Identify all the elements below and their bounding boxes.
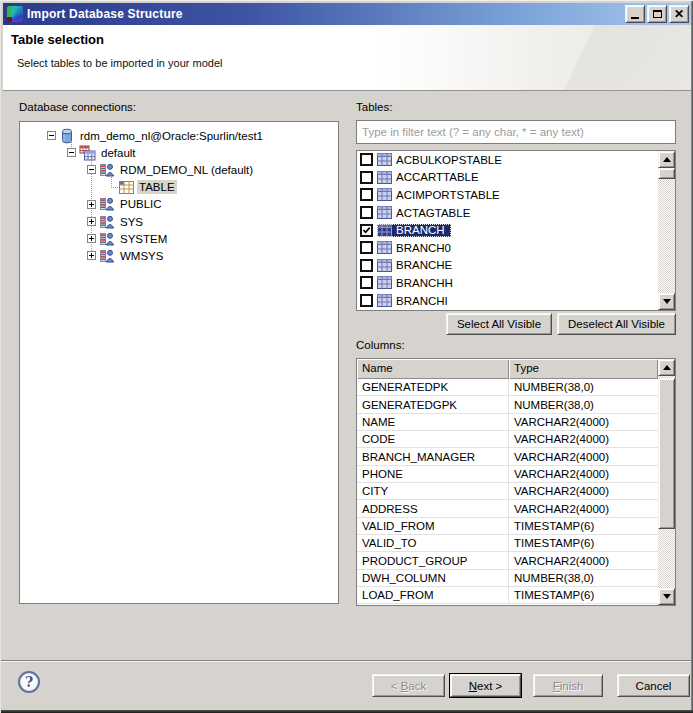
tree-item-label: SYS (118, 215, 145, 229)
table-checkbox[interactable] (360, 153, 373, 166)
columns-row[interactable]: CITYVARCHAR2(4000) (357, 483, 658, 500)
tree-item-sys[interactable]: SYS (20, 213, 338, 230)
table-list-item-accarttable[interactable]: ACCARTTABLE (357, 169, 658, 187)
table-checkbox[interactable] (360, 276, 373, 289)
tables-list: ACBULKOPSTABLE ACCARTTABLE ACIMPORTSTABL… (356, 150, 676, 311)
schema-icon (99, 248, 115, 264)
database-connections-label: Database connections: (19, 101, 136, 113)
close-button[interactable]: ✕ (669, 5, 689, 23)
wizard-banner: Table selection Select tables to be impo… (3, 25, 691, 91)
table-list-item-branchi[interactable]: BRANCHI (357, 292, 658, 310)
column-type-cell: VARCHAR2(4000) (509, 503, 658, 515)
columns-row[interactable]: GENERATEDGPKNUMBER(38,0) (357, 396, 658, 413)
finish-button: Finish (533, 674, 603, 697)
minimize-button[interactable] (625, 5, 645, 23)
table-list-item-branchh[interactable]: BRANCHH (357, 274, 658, 292)
column-name-cell: GENERATEDPK (357, 379, 509, 395)
table-icon (377, 188, 392, 201)
scroll-down-button[interactable] (658, 293, 675, 310)
column-type-cell: NUMBER(38,0) (509, 399, 658, 411)
table-checkbox[interactable] (360, 294, 373, 307)
column-name-cell: CODE (357, 431, 509, 447)
scroll-up-icon (663, 365, 671, 370)
table-list-item-acimportstable[interactable]: ACIMPORTSTABLE (357, 186, 658, 204)
table-list-item-branch[interactable]: BRANCH (357, 221, 658, 239)
tree-expander[interactable] (87, 165, 96, 174)
scroll-up-button[interactable] (658, 359, 675, 376)
table-list-item-acbulkopstable[interactable]: ACBULKOPSTABLE (357, 151, 658, 169)
columns-row[interactable]: PRODUCT_GROUPVARCHAR2(4000) (357, 552, 658, 569)
table-filter-input[interactable] (356, 120, 676, 144)
table-name: BRANCHE (396, 259, 452, 271)
columns-row[interactable]: LOAD_FROMTIMESTAMP(6) (357, 587, 658, 604)
maximize-icon (653, 10, 662, 18)
table-orange-icon (119, 181, 134, 194)
columns-row[interactable]: CODEVARCHAR2(4000) (357, 431, 658, 448)
columns-scrollbar[interactable] (658, 359, 675, 605)
tree-item-rdm-demo-nl-default-[interactable]: RDM_DEMO_NL (default) (20, 161, 338, 178)
scroll-thumb[interactable] (658, 168, 675, 179)
maximize-button[interactable] (647, 5, 667, 23)
tree-expander[interactable] (87, 217, 96, 226)
table-name: ACIMPORTSTABLE (396, 189, 500, 201)
tree-item-label: default (99, 146, 138, 160)
table-checkbox[interactable] (360, 259, 373, 272)
column-name-cell: VALID_TO (357, 535, 509, 551)
table-name: ACTAGTABLE (396, 207, 470, 219)
table-list-item-branch0[interactable]: BRANCH0 (357, 239, 658, 257)
table-list-item-branche[interactable]: BRANCHE (357, 257, 658, 275)
cancel-button[interactable]: Cancel (617, 674, 690, 697)
tree-item-public[interactable]: PUBLIC (20, 196, 338, 213)
columns-label: Columns: (356, 339, 405, 351)
columns-header-type[interactable]: Type (509, 359, 658, 379)
table-icon (377, 241, 392, 254)
table-list-item-actagtable[interactable]: ACTAGTABLE (357, 204, 658, 222)
table-checkbox[interactable] (360, 241, 373, 254)
deselect-all-visible-button[interactable]: Deselect All Visible (557, 313, 676, 335)
table-list-item-partial[interactable] (357, 309, 658, 310)
columns-row[interactable]: DWH_COLUMNNUMBER(38,0) (357, 570, 658, 587)
app-logo-icon[interactable] (7, 6, 23, 22)
tree-item-default[interactable]: default (20, 144, 338, 161)
columns-row[interactable]: VALID_FROMTIMESTAMP(6) (357, 518, 658, 535)
window-title: Import Database Structure (27, 7, 183, 21)
column-name-cell: NAME (357, 414, 509, 430)
scroll-up-button[interactable] (658, 151, 675, 168)
help-icon: ? (25, 674, 33, 690)
tree-expander[interactable] (67, 148, 76, 157)
columns-row[interactable]: ADDRESSVARCHAR2(4000) (357, 500, 658, 517)
columns-row[interactable]: PHONEVARCHAR2(4000) (357, 466, 658, 483)
columns-row[interactable]: BRANCH_MANAGERVARCHAR2(4000) (357, 448, 658, 465)
scroll-down-button[interactable] (658, 588, 675, 605)
column-type-cell: NUMBER(38,0) (509, 572, 658, 584)
tree-expander[interactable] (87, 251, 96, 260)
column-type-cell: VARCHAR2(4000) (509, 416, 658, 428)
table-checkbox[interactable] (360, 224, 373, 237)
tree-item-rdm-demo-nl-oracle-spurlin-test1[interactable]: rdm_demo_nl@Oracle:Spurlin/test1 (20, 127, 338, 144)
column-name-cell: CITY (357, 483, 509, 499)
tree-expander[interactable] (47, 131, 56, 140)
tree-item-wmsys[interactable]: WMSYS (20, 247, 338, 264)
table-checkbox[interactable] (360, 171, 373, 184)
scroll-down-icon (663, 299, 671, 304)
tree-item-table[interactable]: TABLE (20, 179, 338, 196)
table-checkbox[interactable] (360, 206, 373, 219)
tree-expander[interactable] (87, 200, 96, 209)
scroll-down-icon (663, 594, 671, 599)
next-button[interactable]: Next > (450, 674, 521, 697)
columns-row[interactable]: NAMEVARCHAR2(4000) (357, 414, 658, 431)
column-type-cell: TIMESTAMP(6) (509, 589, 658, 601)
scroll-thumb[interactable] (658, 378, 675, 529)
columns-header-name[interactable]: Name (357, 359, 509, 379)
import-database-structure-dialog: Import Database Structure ✕ Table select… (0, 0, 693, 713)
tables-scrollbar[interactable] (658, 151, 675, 310)
columns-row[interactable]: VALID_TOTIMESTAMP(6) (357, 535, 658, 552)
tree-expander[interactable] (87, 234, 96, 243)
help-button[interactable]: ? (18, 671, 40, 693)
select-all-visible-button[interactable]: Select All Visible (446, 313, 552, 335)
column-type-cell: VARCHAR2(4000) (509, 485, 658, 497)
columns-row[interactable]: GENERATEDPKNUMBER(38,0) (357, 379, 658, 396)
tree-item-system[interactable]: SYSTEM (20, 230, 338, 247)
table-checkbox[interactable] (360, 188, 373, 201)
schema-icon (99, 196, 115, 212)
